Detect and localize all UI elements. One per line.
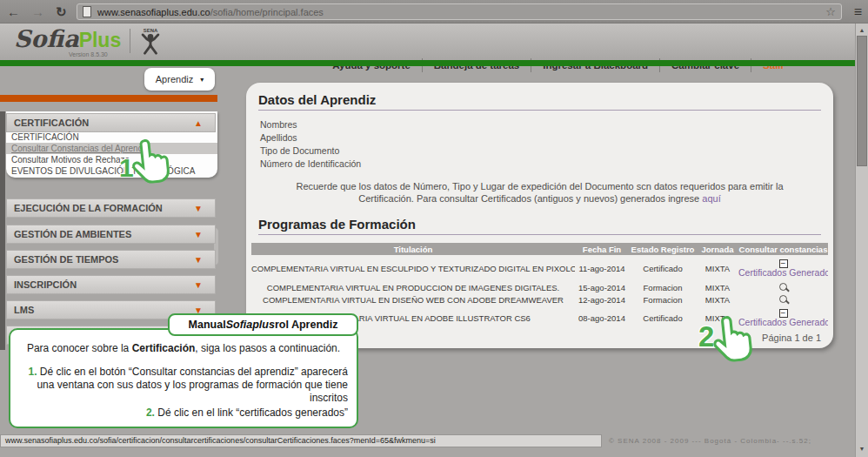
step1-number: 1.	[28, 366, 37, 378]
scroll-up-icon[interactable]: ▲	[856, 27, 868, 33]
cursor-hand-icon	[710, 313, 754, 365]
cell-fecha-fin: 11-ago-2014	[575, 255, 629, 281]
chevron-down-icon: ▼	[194, 230, 203, 239]
address-bar[interactable]: www.senasofiaplus.edu.co /sofia/home/pri…	[77, 3, 842, 20]
col-estado-registro: Estado Registro	[629, 243, 697, 255]
cell-estado: Certificado	[629, 255, 697, 281]
cell-titulacion: COMPLEMENTARIA VIRTUAL EN PRODUCCION DE …	[251, 281, 575, 293]
logo-version: Version 8.5.30	[69, 51, 108, 57]
section-label: INSCRIPCIÓN	[14, 279, 77, 290]
tooltip-intro-text: Para conocer sobre la	[27, 342, 132, 354]
table-row: COMPLEMENTARIA VIRTUAL EN ESCULPIDO Y TE…	[251, 255, 828, 281]
datos-del-aprendiz-title: Datos del Aprendiz	[258, 92, 821, 111]
aprendiz-fields: Nombres Apellidos Tipo de Documento Núme…	[260, 118, 833, 171]
sidebar-item-inscripcion[interactable]: INSCRIPCIÓN ▼	[6, 275, 216, 294]
url-path: /sofia/home/principal.faces	[210, 7, 324, 17]
logo-divider	[130, 29, 130, 53]
section-label: GESTIÓN DE TIEMPOS	[14, 254, 118, 265]
certificados-generados-link[interactable]: Certificados Generados	[738, 268, 828, 278]
bookmark-star-icon[interactable]: ☆	[825, 5, 836, 18]
app-window: ← → ↻ ⌂ www.senasofiaplus.edu.co /sofia/…	[0, 0, 868, 457]
certification-submenu: CERTIFICACIÓN Consultar Constancias del …	[6, 131, 217, 177]
forward-icon[interactable]: →	[31, 5, 44, 18]
cell-estado: Certificado	[629, 306, 697, 330]
browser-chrome: ← → ↻ ⌂ www.senasofiaplus.edu.co /sofia/…	[0, 0, 868, 24]
tooltip-intro-text: , siga los pasos a continuación.	[195, 342, 340, 354]
chevron-up-icon: ▲	[194, 118, 203, 128]
site-header: Sofia Plus Version 8.5.30 SENA Ayuda y s…	[0, 24, 868, 60]
sidebar-item-gestion-tiempos[interactable]: GESTIÓN DE TIEMPOS ▼	[6, 250, 216, 269]
url-domain: www.senasofiaplus.edu.co	[97, 7, 210, 17]
scrollbar-thumb[interactable]	[857, 36, 867, 166]
scroll-down-icon[interactable]: ▼	[856, 446, 868, 452]
sidebar-edge-strip	[0, 111, 5, 350]
chevron-down-icon: ▾	[200, 76, 204, 84]
green-divider-bar	[0, 60, 856, 66]
role-selector-dropdown[interactable]: Aprendiz ▾	[144, 68, 215, 91]
certificados-generados-link[interactable]: Certificados Generados	[738, 318, 828, 327]
submenu-eventos-divulgacion[interactable]: EVENTOS DE DIVULGACIÓN TECNOLÓGICA	[6, 165, 217, 177]
cell-estado: Formacion	[629, 293, 697, 306]
col-consultar-constancias: Consultar constancias	[738, 243, 828, 255]
step1-text: Dé clic en el botón “Consultar constanci…	[37, 366, 348, 404]
cursor-hand-icon	[129, 137, 171, 185]
footer-copyright: © SENA 2008 - 2009 --- Bogotá - Colombia…	[609, 437, 811, 445]
section-label: GESTIÓN DE AMBIENTES	[14, 229, 131, 239]
tooltip-title-text: rol Aprendiz	[275, 319, 337, 331]
programas-de-formacion-title: Programas de Formación	[258, 217, 821, 235]
chevron-down-icon: ▼	[194, 255, 203, 265]
back-icon[interactable]: ←	[7, 5, 20, 18]
sofiaplus-logo: Sofia Plus Version 8.5.30 SENA	[14, 26, 164, 55]
table-row: COMPLEMENTARIA VIRTUAL EN DISEÑO WEB CON…	[251, 293, 828, 306]
section-label: CERTIFICACIÓN	[14, 118, 89, 128]
manual-tooltip-body: Para conocer sobre la Certificación, sig…	[9, 328, 358, 428]
sidebar-orange-bar	[0, 95, 217, 102]
field-numero-identificacion: Número de Identificación	[260, 158, 833, 171]
aqui-link[interactable]: aquí	[702, 193, 720, 204]
col-jornada: Jornada	[697, 243, 738, 255]
main-content-panel: Datos del Aprendiz Nombres Apellidos Tip…	[246, 83, 833, 348]
table-header-row: Titulación Fecha Fin Estado Registro Jor…	[251, 243, 828, 255]
section-label: LMS	[14, 305, 34, 315]
logo-sofia-text: Sofia	[14, 26, 79, 52]
submenu-consultar-motivos[interactable]: Consultar Motivos de Rechazo	[6, 154, 217, 165]
cell-fecha-fin: 15-ago-2014	[575, 281, 629, 293]
cell-jornada: MIXTA	[697, 255, 738, 281]
search-icon[interactable]	[779, 283, 787, 291]
status-bar-url: www.senasofiaplus.edu.co/sofia/certifica…	[0, 434, 602, 447]
logo-plus-text: Plus	[79, 26, 122, 54]
field-nombres: Nombres	[260, 118, 833, 131]
tooltip-title-italic: Sofiaplus	[226, 319, 275, 331]
cell-titulacion: COMPLEMENTARIA VIRTUAL EN DISEÑO WEB CON…	[251, 293, 575, 306]
role-selector-value: Aprendiz	[156, 74, 193, 84]
submenu-consultar-constancias[interactable]: Consultar Constancias del Aprendiz	[6, 143, 217, 154]
tooltip-intro-bold: Certificación	[132, 342, 196, 354]
vertical-scrollbar[interactable]: ▲ ▼	[855, 24, 868, 457]
submenu-certificacion-label: CERTIFICACIÓN	[6, 131, 217, 143]
page-icon	[83, 6, 91, 17]
chevron-down-icon: ▼	[194, 280, 203, 290]
cell-fecha-fin: 08-ago-2014	[575, 306, 629, 330]
section-label: EJECUCIÓN DE LA FORMACIÓN	[14, 203, 163, 213]
cell-titulacion: COMPLEMENTARIA VIRTUAL EN ESCULPIDO Y TE…	[251, 255, 575, 281]
sidebar-item-gestion-ambientes[interactable]: GESTIÓN DE AMBIENTES ▼	[6, 225, 216, 244]
sidebar-item-ejecucion[interactable]: EJECUCIÓN DE LA FORMACIÓN ▼	[6, 198, 216, 218]
cell-fecha-fin: 12-ago-2014	[575, 293, 629, 306]
sena-logo-icon: SENA	[137, 27, 164, 55]
sidebar-item-certificacion[interactable]: CERTIFICACIÓN ▲	[6, 113, 216, 132]
step2-text: Dé clic en el link “certificados generad…	[155, 407, 348, 419]
cell-estado: Formacion	[629, 281, 697, 293]
cell-jornada: MIXTA	[697, 281, 738, 293]
step2-number: 2.	[146, 407, 155, 419]
col-titulacion: Titulación	[251, 243, 575, 255]
col-fecha-fin: Fecha Fin	[575, 243, 629, 255]
search-icon[interactable]	[779, 295, 787, 303]
reload-icon[interactable]: ↻	[56, 5, 67, 18]
browser-menu-icon[interactable]: ≡	[854, 4, 862, 20]
table-row: COMPLEMENTARIA VIRTUAL EN PRODUCCION DE …	[251, 281, 828, 293]
cell-jornada: MIXTA	[697, 293, 738, 306]
chevron-down-icon: ▼	[194, 204, 203, 213]
svg-text:SENA: SENA	[144, 28, 158, 33]
tooltip-title-text: Manual	[189, 319, 226, 331]
notice-paragraph: Recuerde que los datos de Número, Tipo y…	[270, 180, 809, 205]
